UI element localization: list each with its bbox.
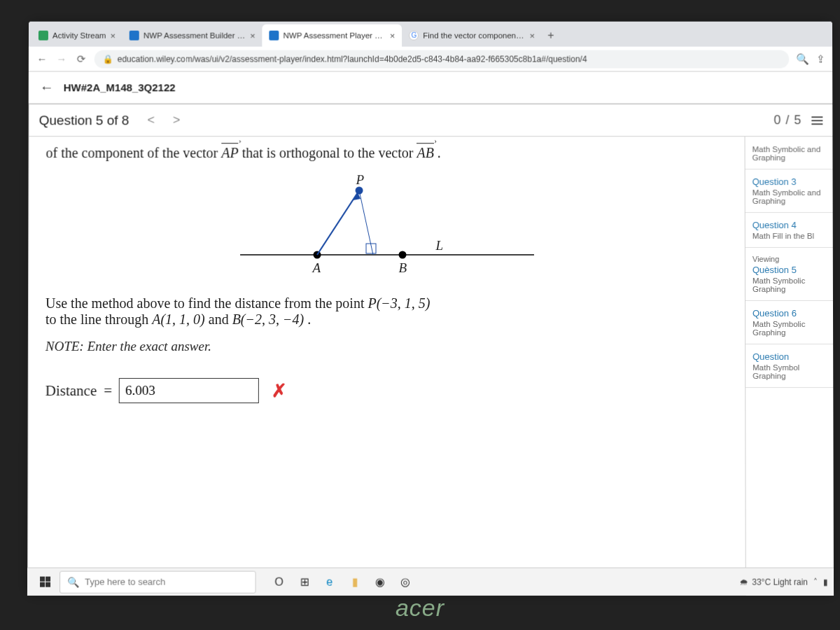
- equals-sign: =: [104, 382, 112, 400]
- favicon-icon: [38, 31, 48, 41]
- tab-label: NWP Assessment Builder UI App: [144, 31, 246, 40]
- sidebar-item[interactable]: Question Math Symbol Graphing: [746, 344, 833, 388]
- text: Use the method above to find the distanc…: [46, 295, 368, 311]
- sidebar-item-sub: Math Symbolic Graphing: [752, 276, 827, 293]
- browser-tab[interactable]: Activity Stream ×: [31, 24, 122, 47]
- answer-row: Distance = ✗: [46, 378, 729, 403]
- browser-tab[interactable]: G Find the vector component of a ×: [402, 24, 542, 47]
- tab-close-icon[interactable]: ×: [390, 30, 396, 41]
- answer-input[interactable]: [119, 378, 259, 403]
- tab-close-icon[interactable]: ×: [529, 30, 535, 41]
- main-row: of the component of the vector AP that i…: [27, 136, 834, 595]
- vector-AP: AP: [221, 145, 238, 160]
- sidebar-item-sub: Math Symbolic and Graphing: [752, 188, 827, 205]
- question-paragraph: Use the method above to find the distanc…: [46, 295, 728, 328]
- sidebar-item-current[interactable]: Viewing Quèstion 5 Math Symbolic Graphin…: [746, 248, 833, 301]
- system-tray: 🌧 33°C Light rain ˄ ▮: [740, 577, 828, 587]
- url-text: education.wiley.com/was/ui/v2/assessment…: [118, 54, 587, 64]
- windows-logo-icon: [40, 577, 50, 587]
- lock-icon: 🔒: [103, 54, 113, 64]
- favicon-icon: [130, 31, 139, 41]
- question-nav: < >: [143, 111, 184, 129]
- screen: Activity Stream × NWP Assessment Builder…: [27, 22, 834, 596]
- file-explorer-icon[interactable]: ▮: [344, 571, 365, 592]
- tab-label: NWP Assessment Player UI Appli: [284, 31, 386, 40]
- search-icon: 🔍: [67, 576, 79, 587]
- figure-label-P: P: [356, 172, 365, 188]
- question-note: NOTE: Enter the exact answer.: [46, 339, 728, 354]
- text: of the component of the vector: [46, 145, 222, 160]
- taskview-icon[interactable]: ⊞: [294, 571, 315, 592]
- sidebar-item-title: Question 4: [752, 220, 827, 230]
- sidebar-item-title: Question 6: [752, 308, 827, 318]
- question-prev-button[interactable]: <: [143, 111, 159, 129]
- tray-chevron-icon[interactable]: ˄: [813, 577, 818, 587]
- sidebar-item-title: Question: [752, 351, 827, 362]
- new-tab-button[interactable]: +: [542, 29, 560, 42]
- taskbar-apps: O ⊞ e ▮ ◉ ◎: [269, 571, 416, 592]
- reload-icon[interactable]: ⟳: [75, 52, 88, 65]
- sidebar-item[interactable]: Question 3 Math Symbolic and Graphing: [746, 169, 833, 213]
- geometry-figure: P A B L: [226, 171, 548, 283]
- zoom-icon[interactable]: 🔍: [796, 52, 809, 65]
- browser-tab[interactable]: NWP Assessment Builder UI App ×: [122, 24, 262, 47]
- favicon-icon: G: [409, 31, 419, 41]
- question-score: 0 / 5: [774, 113, 802, 127]
- laptop-brand: acer: [396, 594, 444, 622]
- text: to the line through: [46, 312, 152, 327]
- text: that is orthogonal to the vector: [242, 145, 417, 160]
- question-header: Question 5 of 8 < > 0 / 5: [29, 104, 833, 136]
- tab-label: Activity Stream: [52, 31, 106, 40]
- edge-icon[interactable]: e: [319, 571, 340, 592]
- point-P: P(−3, 1, 5): [368, 295, 430, 311]
- weather-text: 33°C Light rain: [752, 577, 808, 587]
- browser-tab-strip: Activity Stream × NWP Assessment Builder…: [29, 22, 832, 47]
- answer-label: Distance: [46, 382, 97, 400]
- sidebar-item[interactable]: Question 6 Math Symbolic Graphing: [746, 301, 833, 344]
- chrome-icon[interactable]: ◉: [370, 571, 391, 592]
- sidebar-item-sub: Math Symbolic and Graphing: [752, 145, 827, 162]
- text: .: [307, 312, 311, 327]
- point-B: B(−2, 3, −4): [232, 312, 304, 327]
- back-icon[interactable]: ←: [36, 53, 48, 65]
- search-placeholder: Type here to search: [85, 577, 165, 587]
- windows-taskbar: 🔍 Type here to search O ⊞ e ▮ ◉ ◎ 🌧 33°C…: [27, 568, 834, 596]
- url-field[interactable]: 🔒 education.wiley.com/was/ui/v2/assessme…: [94, 50, 790, 68]
- tab-close-icon[interactable]: ×: [110, 30, 115, 41]
- sidebar-item-sub: Math Fill in the Bl: [752, 232, 827, 240]
- assignment-header: ← HW#2A_M148_3Q2122: [29, 72, 833, 104]
- sidebar-item-title: Question 3: [752, 176, 827, 187]
- tab-close-icon[interactable]: ×: [250, 30, 255, 41]
- sidebar-item-title: Quèstion 5: [752, 265, 827, 275]
- text: and: [209, 312, 232, 327]
- tray-battery-icon[interactable]: ▮: [823, 577, 828, 587]
- question-text-line1: of the component of the vector AP that i…: [46, 145, 728, 161]
- question-list-icon[interactable]: [811, 116, 822, 125]
- taskbar-search[interactable]: 🔍 Type here to search: [59, 570, 256, 593]
- weather-widget[interactable]: 🌧 33°C Light rain: [740, 577, 808, 587]
- figure-label-A: A: [313, 260, 321, 276]
- sidebar-item[interactable]: Question 4 Math Fill in the Bl: [746, 213, 833, 248]
- browser-tab-active[interactable]: NWP Assessment Player UI Appli ×: [262, 24, 402, 47]
- question-body: of the component of the vector AP that i…: [27, 136, 746, 595]
- sidebar-item[interactable]: Math Symbolic and Graphing: [746, 136, 833, 169]
- browser-address-bar: ← → ⟳ 🔒 education.wiley.com/was/ui/v2/as…: [29, 47, 832, 72]
- svg-line-4: [317, 192, 358, 255]
- start-button[interactable]: [33, 570, 57, 594]
- weather-icon: 🌧: [740, 577, 748, 587]
- svg-point-2: [398, 251, 406, 259]
- question-next-button[interactable]: >: [169, 111, 185, 129]
- forward-icon[interactable]: →: [55, 53, 68, 65]
- cortana-icon[interactable]: O: [269, 571, 290, 592]
- sidebar-item-sub: Math Symbol Graphing: [752, 363, 827, 380]
- sidebar-item-sub: Math Symbolic Graphing: [752, 320, 827, 337]
- app-icon[interactable]: ◎: [395, 571, 416, 592]
- vector-AB: AB: [416, 145, 433, 160]
- tab-label: Find the vector component of a: [423, 31, 525, 40]
- favicon-icon: [270, 31, 279, 41]
- sidebar-item-viewing: Viewing: [752, 255, 827, 263]
- share-icon[interactable]: ⇪: [816, 52, 825, 65]
- point-A: A(1, 1, 0): [152, 312, 205, 327]
- assignment-back-button[interactable]: ←: [40, 79, 54, 95]
- assignment-name: HW#2A_M148_3Q2122: [64, 81, 176, 93]
